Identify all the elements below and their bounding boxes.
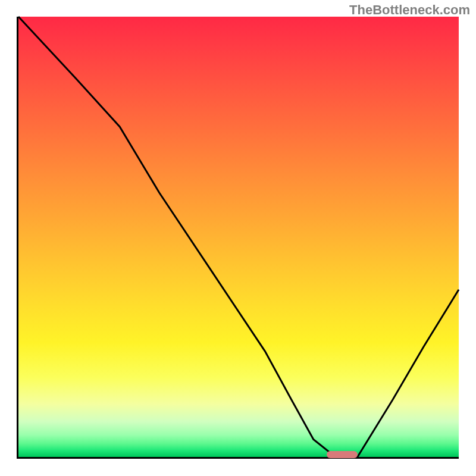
watermark-text: TheBottleneck.com	[349, 2, 470, 18]
bottleneck-curve	[18, 17, 459, 457]
chart-plot-area	[17, 17, 459, 459]
optimal-marker	[327, 451, 358, 458]
